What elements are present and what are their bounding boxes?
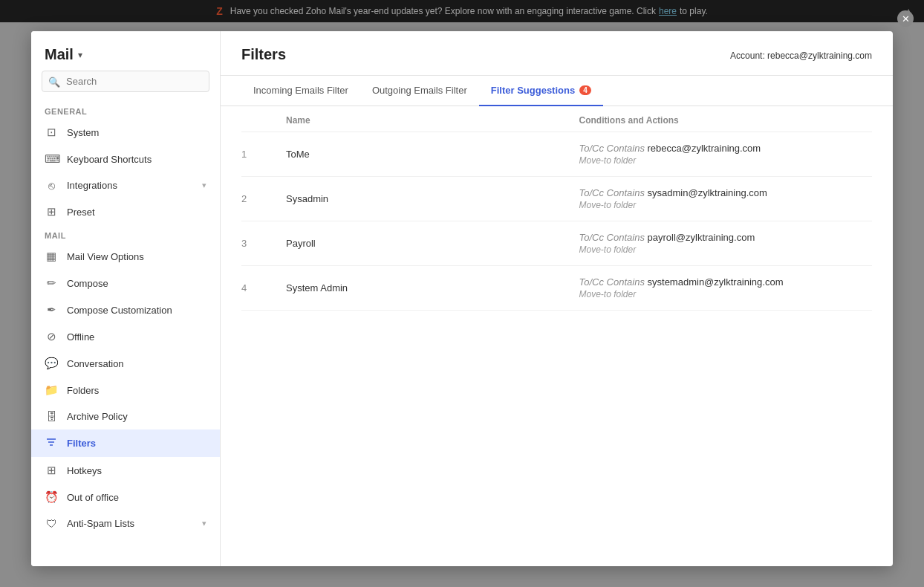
sidebar-item-integrations[interactable]: ⎋ Integrations ▾ bbox=[31, 172, 220, 198]
row-name: Payroll bbox=[286, 238, 579, 249]
compose-icon: ✏ bbox=[45, 276, 58, 290]
sidebar-item-mail-view-options[interactable]: ▦ Mail View Options bbox=[31, 243, 220, 270]
account-info: Account: rebecca@zylktraining.com bbox=[730, 46, 872, 61]
action-text: Move-to folder bbox=[579, 289, 873, 299]
row-conditions: To/Cc Contains sysadmin@zylktraining.com… bbox=[579, 187, 873, 210]
mail-section-label: MAIL bbox=[31, 225, 220, 243]
tab-outgoing-emails-filter[interactable]: Outgoing Emails Filter bbox=[360, 76, 479, 106]
tab-label: Incoming Emails Filter bbox=[253, 85, 348, 96]
tab-label: Filter Suggestions bbox=[491, 85, 575, 96]
out-of-office-icon: ⏰ bbox=[45, 490, 58, 504]
condition-text: To/Cc Contains systemadmin@zylktraining.… bbox=[579, 276, 873, 288]
tab-badge: 4 bbox=[579, 85, 591, 95]
sidebar-item-keyboard-shortcuts[interactable]: ⌨ Keyboard Shortcuts bbox=[31, 146, 220, 172]
row-conditions: To/Cc Contains systemadmin@zylktraining.… bbox=[579, 276, 873, 299]
sidebar-item-compose[interactable]: ✏ Compose bbox=[31, 270, 220, 296]
sidebar-item-label: Anti-Spam Lists bbox=[67, 518, 193, 529]
main-header: Filters Account: rebecca@zylktraining.co… bbox=[221, 31, 893, 76]
sidebar-item-label: Compose bbox=[67, 278, 206, 289]
sidebar-item-label: Filters bbox=[67, 438, 206, 449]
sidebar-item-conversation[interactable]: 💬 Conversation bbox=[31, 350, 220, 377]
row-name: Sysadmin bbox=[286, 193, 579, 204]
row-conditions: To/Cc Contains rebecca@zylktraining.com … bbox=[579, 143, 873, 166]
archive-icon: 🗄 bbox=[45, 410, 58, 423]
sidebar-item-label: Conversation bbox=[67, 358, 206, 369]
account-label: Account: bbox=[730, 51, 765, 61]
integrations-icon: ⎋ bbox=[45, 179, 58, 192]
sidebar-item-filters[interactable]: Filters bbox=[31, 429, 220, 457]
condition-prefix: To/Cc bbox=[579, 187, 604, 198]
sidebar-item-label: Integrations bbox=[67, 180, 193, 191]
col-number bbox=[241, 115, 286, 126]
sidebar-item-anti-spam-lists[interactable]: 🛡 Anti-Spam Lists ▾ bbox=[31, 510, 220, 536]
table-header: Name Conditions and Actions bbox=[241, 106, 872, 132]
filters-table-container: Name Conditions and Actions 1 ToMe To/Cc… bbox=[221, 106, 893, 566]
sidebar-item-folders[interactable]: 📁 Folders bbox=[31, 377, 220, 403]
condition-prefix: To/Cc bbox=[579, 276, 604, 288]
condition-value: rebecca@zylktraining.com bbox=[648, 143, 761, 154]
search-box: 🔍 bbox=[42, 71, 209, 92]
chevron-right-icon: ▾ bbox=[202, 181, 206, 190]
conversation-icon: 💬 bbox=[45, 357, 58, 370]
account-value: rebecca@zylktraining.com bbox=[767, 51, 872, 61]
main-content: Filters Account: rebecca@zylktraining.co… bbox=[221, 31, 893, 566]
tab-label: Outgoing Emails Filter bbox=[372, 85, 467, 96]
general-section-label: GENERAL bbox=[31, 101, 220, 119]
chevron-down-icon[interactable]: ▾ bbox=[78, 50, 82, 60]
offline-icon: ⊘ bbox=[45, 330, 58, 343]
sidebar-item-label: Compose Customization bbox=[67, 305, 206, 316]
row-name: System Admin bbox=[286, 282, 579, 294]
table-row: 3 Payroll To/Cc Contains payroll@zylktra… bbox=[241, 221, 872, 266]
sidebar: Mail ▾ 🔍 GENERAL ⊡ System ⌨ Keyboard Sho… bbox=[31, 31, 221, 566]
action-text: Move-to folder bbox=[579, 244, 873, 255]
tab-filter-suggestions[interactable]: Filter Suggestions 4 bbox=[479, 76, 603, 106]
sidebar-item-label: Hotkeys bbox=[67, 465, 206, 476]
sidebar-item-hotkeys[interactable]: ⊞ Hotkeys bbox=[31, 457, 220, 484]
search-icon: 🔍 bbox=[48, 76, 60, 87]
sidebar-item-label: Offline bbox=[67, 331, 206, 343]
action-text: Move-to folder bbox=[579, 155, 873, 166]
sidebar-item-archive-policy[interactable]: 🗄 Archive Policy bbox=[31, 403, 220, 429]
sidebar-item-offline[interactable]: ⊘ Offline bbox=[31, 323, 220, 350]
sidebar-item-label: System bbox=[67, 127, 206, 138]
preset-icon: ⊞ bbox=[45, 205, 58, 218]
sidebar-item-label: Out of office bbox=[67, 492, 206, 503]
table-row: 1 ToMe To/Cc Contains rebecca@zylktraini… bbox=[241, 132, 872, 177]
row-conditions: To/Cc Contains payroll@zylktraining.com … bbox=[579, 232, 873, 255]
condition-text: To/Cc Contains payroll@zylktraining.com bbox=[579, 232, 873, 243]
sidebar-item-compose-customization[interactable]: ✒ Compose Customization bbox=[31, 296, 220, 323]
filter-tabs: Incoming Emails Filter Outgoing Emails F… bbox=[221, 76, 893, 106]
sidebar-item-label: Archive Policy bbox=[67, 411, 206, 422]
sidebar-item-system[interactable]: ⊡ System bbox=[31, 119, 220, 146]
table-row: 4 System Admin To/Cc Contains systemadmi… bbox=[241, 266, 872, 311]
row-name: ToMe bbox=[286, 149, 579, 160]
condition-prefix: To/Cc bbox=[579, 143, 604, 154]
compose-custom-icon: ✒ bbox=[45, 303, 58, 317]
col-conditions: Conditions and Actions bbox=[579, 115, 873, 126]
sidebar-header: Mail ▾ bbox=[31, 31, 220, 71]
condition-value: payroll@zylktraining.com bbox=[648, 232, 755, 243]
app-title: Mail bbox=[45, 46, 74, 63]
mail-view-icon: ▦ bbox=[45, 250, 58, 263]
folders-icon: 📁 bbox=[45, 383, 58, 397]
sidebar-item-label: Mail View Options bbox=[67, 251, 206, 262]
modal-close-button[interactable]: ✕ bbox=[897, 10, 914, 27]
condition-value: sysadmin@zylktraining.com bbox=[648, 187, 767, 198]
settings-modal: Mail ▾ 🔍 GENERAL ⊡ System ⌨ Keyboard Sho… bbox=[31, 31, 893, 566]
hotkeys-icon: ⊞ bbox=[45, 464, 58, 477]
sidebar-item-preset[interactable]: ⊞ Preset bbox=[31, 198, 220, 225]
condition-text: To/Cc Contains rebecca@zylktraining.com bbox=[579, 143, 873, 154]
system-icon: ⊡ bbox=[45, 126, 58, 139]
page-title: Filters bbox=[241, 46, 286, 75]
anti-spam-icon: 🛡 bbox=[45, 517, 58, 530]
tab-incoming-emails-filter[interactable]: Incoming Emails Filter bbox=[241, 76, 360, 106]
sidebar-item-label: Folders bbox=[67, 385, 206, 396]
keyboard-icon: ⌨ bbox=[45, 152, 58, 166]
condition-value: systemadmin@zylktraining.com bbox=[648, 276, 784, 288]
sidebar-item-out-of-office[interactable]: ⏰ Out of office bbox=[31, 484, 220, 510]
search-input[interactable] bbox=[42, 71, 209, 92]
condition-prefix: To/Cc bbox=[579, 232, 604, 243]
row-number: 2 bbox=[241, 193, 286, 204]
row-number: 1 bbox=[241, 149, 286, 160]
row-number: 4 bbox=[241, 282, 286, 294]
